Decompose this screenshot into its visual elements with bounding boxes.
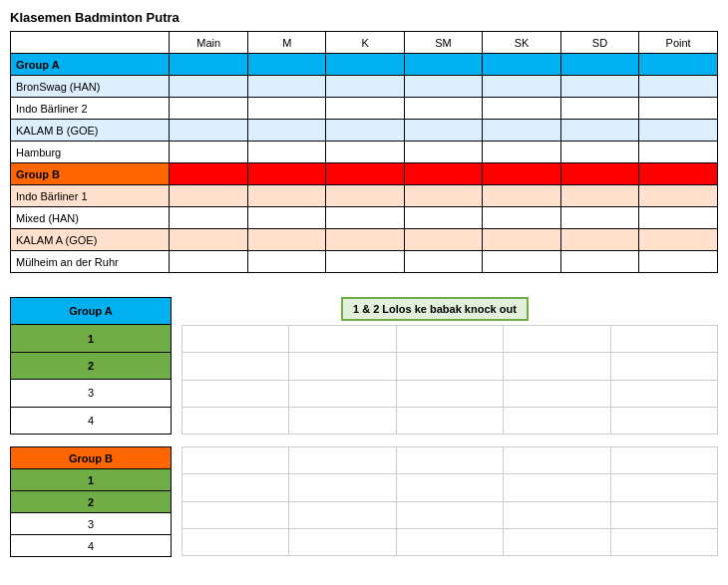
group-b-sm <box>404 163 483 185</box>
table-row: KALAM A (GOE) <box>11 229 718 251</box>
mini-group-a-header: Group A <box>11 298 172 325</box>
group-b-point <box>639 163 718 185</box>
col-sk-header: SK <box>483 32 560 54</box>
group-a-header-row: Group A <box>11 54 718 76</box>
mini-a-row1: 1 <box>11 325 172 352</box>
group-a-mini-table: Group A 1 2 3 4 <box>10 297 172 435</box>
main-table: Main M K SM SK SD Point Group A BronSwag… <box>10 31 718 273</box>
table-row: Hamburg <box>11 142 718 163</box>
group-a-point <box>639 54 718 76</box>
mini-group-a-row-4: 4 <box>11 407 172 434</box>
filler-columns-top <box>182 325 718 435</box>
lower-b-filler <box>182 446 718 557</box>
mini-group-a-row-1: 1 <box>11 325 172 352</box>
group-a-label: Group A <box>11 54 170 76</box>
group-a-k <box>326 54 404 76</box>
table-row: Indo Bärliner 1 <box>11 185 718 207</box>
filler-columns-bottom <box>182 446 718 556</box>
mini-group-a-row-2: 2 <box>11 352 172 379</box>
lower-right-section: 1 & 2 Lolos ke babak knock out <box>182 297 718 435</box>
group-b-label: Group B <box>11 163 170 185</box>
group-a-m <box>248 54 326 76</box>
mini-a-row4: 4 <box>11 407 172 434</box>
lower-section: Group A 1 2 3 4 1 & 2 Lolos ke babak kno… <box>10 297 718 435</box>
section-gap <box>10 273 718 293</box>
mini-a-row2: 2 <box>11 352 172 379</box>
col-sd-header: SD <box>560 32 639 54</box>
table-row: Indo Bärliner 2 <box>11 98 718 120</box>
col-main-header: Main <box>170 32 248 54</box>
table-header-row: Main M K SM SK SD Point <box>11 32 718 54</box>
page-title: Klasemen Badminton Putra <box>10 10 718 25</box>
mini-group-b-row-3: 3 <box>11 513 172 535</box>
mini-group-b-row-4: 4 <box>11 535 172 557</box>
mini-b-row3: 3 <box>11 513 172 535</box>
mini-group-a-label: Group A <box>11 298 172 325</box>
hamburg-name: Hamburg <box>11 142 170 163</box>
lower-section-b: Group B 1 2 3 4 <box>10 446 718 557</box>
group-b-m <box>248 163 326 185</box>
group-b-sk <box>483 163 560 185</box>
group-b-sd <box>560 163 639 185</box>
group-a-sm <box>404 54 483 76</box>
bronswag-name: BronSwag (HAN) <box>11 76 170 98</box>
mulheim-name: Mülheim an der Ruhr <box>11 251 170 273</box>
mini-group-b-header: Group B <box>11 447 172 469</box>
kalam-b-name: KALAM B (GOE) <box>11 120 170 142</box>
mini-group-b-row-2: 2 <box>11 491 172 513</box>
col-k-header: K <box>326 32 404 54</box>
mini-b-row1: 1 <box>11 469 172 491</box>
indo1-name: Indo Bärliner 1 <box>11 185 170 207</box>
table-row: Mülheim an der Ruhr <box>11 251 718 273</box>
mini-group-b-row-1: 1 <box>11 469 172 491</box>
gap-between-groups <box>10 435 718 442</box>
mini-b-row2: 2 <box>11 491 172 513</box>
group-a-main <box>170 54 248 76</box>
col-name-header <box>11 32 170 54</box>
table-row: Mixed (HAN) <box>11 207 718 229</box>
group-a-sk <box>483 54 560 76</box>
indo2-name: Indo Bärliner 2 <box>11 98 170 120</box>
group-b-header-row: Group B <box>11 163 718 185</box>
col-m-header: M <box>248 32 326 54</box>
kalam-a-name: KALAM A (GOE) <box>11 229 170 251</box>
table-row: BronSwag (HAN) <box>11 76 718 98</box>
mixed-name: Mixed (HAN) <box>11 207 170 229</box>
group-b-k <box>326 163 404 185</box>
mini-group-a-row-3: 3 <box>11 380 172 407</box>
table-row: KALAM B (GOE) <box>11 120 718 142</box>
group-b-main <box>170 163 248 185</box>
mini-a-row3: 3 <box>11 380 172 407</box>
group-b-mini-table: Group B 1 2 3 4 <box>10 446 172 557</box>
col-sm-header: SM <box>404 32 483 54</box>
knockout-notice: 1 & 2 Lolos ke babak knock out <box>341 297 529 321</box>
mini-group-b-label: Group B <box>11 447 172 469</box>
mini-b-row4: 4 <box>11 535 172 557</box>
group-a-sd <box>560 54 639 76</box>
col-point-header: Point <box>639 32 718 54</box>
